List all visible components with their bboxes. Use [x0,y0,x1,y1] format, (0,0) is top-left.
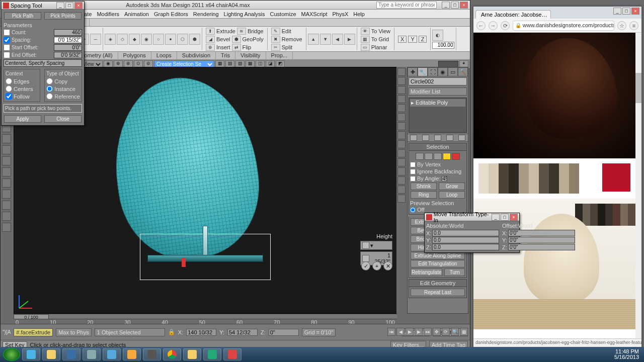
rtool-icon[interactable] [397,122,406,130]
goto-start-icon[interactable]: ⏮ [387,328,395,336]
timeline[interactable]: 0 / 100 0102030405060708090100 [14,314,397,324]
ltool-icon[interactable] [2,212,11,221]
ltool-icon[interactable] [2,223,11,232]
gizmo-handle[interactable] [182,258,186,267]
insert-icon[interactable]: ⊕ [206,44,215,51]
flip-icon[interactable]: ⇄ [232,44,241,51]
ltool-icon[interactable] [2,156,11,165]
selection-rollout[interactable]: Selection [409,143,467,151]
togrid-icon[interactable]: ▦ [361,36,370,43]
stack-item[interactable]: ▸ Editable Poly [410,99,465,107]
extrude-icon[interactable]: ⬆ [206,28,215,35]
edges-radio[interactable] [6,78,12,84]
off-z[interactable] [508,244,575,250]
menu-modifiers[interactable]: Modifiers [97,11,119,17]
rtool-icon[interactable] [397,149,406,157]
back-icon[interactable]: ← [476,21,486,30]
chrome-max[interactable]: □ [622,8,630,15]
menu-lighting[interactable]: Lighting Analysis [224,11,265,17]
modifier-list[interactable]: Modifier List [409,87,467,96]
count-input[interactable] [54,29,82,36]
move-typein-window[interactable]: Move Transform Type-In _□× Absolute:Worl… [424,213,520,253]
loop-btn[interactable]: Loop [439,191,465,199]
play-icon[interactable]: ▶ [406,328,414,336]
rtool-icon[interactable] [397,86,406,94]
remove-icon[interactable]: ✖ [271,36,280,43]
subtab-tris[interactable]: Tris [216,52,235,59]
rtool-icon[interactable] [397,77,406,85]
rtool-icon[interactable] [397,195,406,203]
y-btn[interactable]: Y [408,36,417,43]
ribbon-icon[interactable]: ─ [90,34,101,45]
taskbar-app4[interactable] [203,348,221,360]
nav-icon[interactable]: ✥ [433,328,441,336]
grow-btn[interactable]: Grow [439,183,465,190]
max-restore-btn[interactable]: □ [451,2,459,9]
pin-icon[interactable] [446,135,453,141]
next-frame-icon[interactable]: ▶ [415,328,423,336]
chrome-page[interactable] [473,33,635,338]
taskbar-3dsmax[interactable] [223,348,242,360]
rtool-icon[interactable] [397,95,406,103]
cmdtab-modify[interactable]: 🔧 [418,67,428,76]
cmdtab-create[interactable]: ✚ [408,67,418,76]
ltool-icon[interactable] [2,134,11,143]
scroll-thumb[interactable] [635,73,641,103]
max-close-btn[interactable]: × [460,2,468,9]
rtool-icon[interactable] [397,131,406,139]
split-icon[interactable]: ✂ [271,44,280,51]
cmdtab-utilities[interactable]: 🔨 [458,67,468,76]
ribbon-icon[interactable]: ▼ [320,34,331,45]
edit-label[interactable]: Edit [282,28,291,34]
help-search-input[interactable] [376,2,437,9]
menu-customize[interactable]: Customize [270,11,296,17]
z-input[interactable] [269,329,299,336]
ring-btn[interactable]: Ring [411,191,437,199]
spacing-close[interactable]: × [74,2,83,9]
ribbon-icon[interactable]: ▶ [344,34,355,45]
taskbar-media[interactable] [103,348,121,360]
reload-icon[interactable]: ⟳ [501,21,510,30]
leather-swatches[interactable] [575,204,635,226]
edit-icon[interactable]: ✎ [271,28,280,35]
max-min-btn[interactable]: _ [442,2,450,9]
bevel-icon[interactable]: ◢ [206,36,215,43]
chair-base[interactable] [147,241,263,271]
taskbar-explorer[interactable] [42,348,60,360]
retri-btn[interactable]: Retriangulate [411,268,442,276]
centers-radio[interactable] [6,85,12,92]
script-box[interactable]: #.faceExtrude [14,328,53,336]
taskbar-ie[interactable] [22,348,40,360]
ribbon-icon[interactable]: ◐ [432,30,443,41]
repeat-btn[interactable]: Repeat Last [411,289,465,296]
star-icon[interactable]: ☆ [617,21,626,30]
geopoly-label[interactable]: GeoPoly [243,36,264,42]
url-input[interactable]: 🔒 www.danishdesignstore.com/products/ja [513,21,614,31]
red-swatch[interactable] [602,163,630,192]
x-input[interactable] [186,329,216,336]
pin-icon[interactable] [422,135,429,141]
geopoly-icon[interactable]: ⬢ [232,36,241,43]
goto-end-icon[interactable]: ⏭ [424,328,432,336]
taskbar-app[interactable] [62,348,80,360]
extralong-btn[interactable]: Extrude Along Spline [411,252,465,259]
menu-rendering[interactable]: Rendering [193,11,219,17]
planar-icon[interactable]: ▭ [361,44,370,51]
ltool-icon[interactable] [2,178,11,188]
fwd-icon[interactable]: → [489,21,498,30]
subobj-edge[interactable] [425,153,433,160]
subobj-element[interactable] [452,153,460,160]
subobj-vertex[interactable] [416,153,424,160]
end-input[interactable] [54,52,82,58]
subtab-prop[interactable]: Prop... [266,52,293,59]
cmdtab-motion[interactable]: ◉ [438,67,448,76]
turn-btn[interactable]: Turn [444,268,465,276]
bridge-label[interactable]: Bridge [248,28,264,34]
ltool-icon[interactable] [2,145,11,154]
reference-radio[interactable] [46,93,53,100]
rtool-icon[interactable] [397,113,406,121]
nav-icon[interactable]: ⟳ [442,328,450,336]
menu-icon[interactable]: ≡ [629,21,638,30]
modifier-stack[interactable]: ▸ Editable Poly [409,98,467,133]
ribbon-icon[interactable]: ▲ [308,34,319,45]
